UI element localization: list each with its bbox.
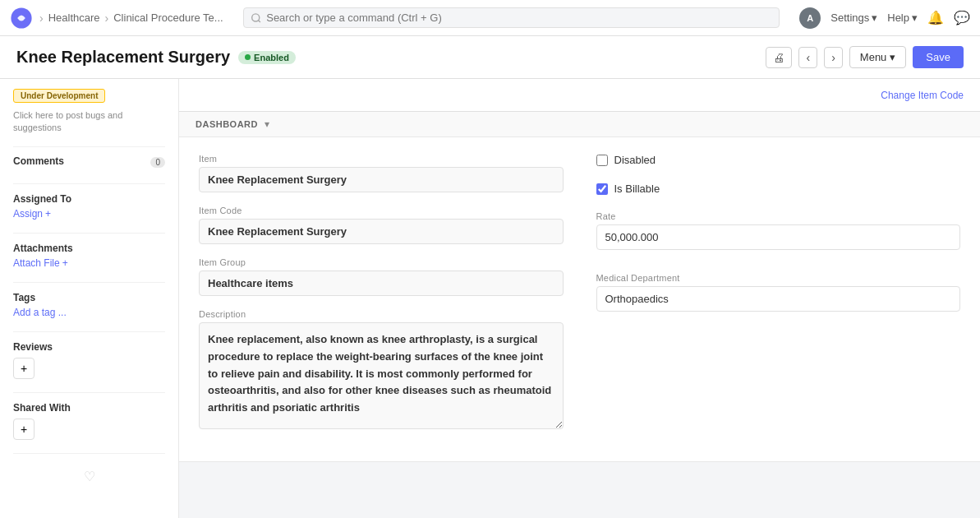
- assigned-to-label: Assigned To: [13, 193, 71, 205]
- reviews-label: Reviews: [13, 341, 53, 353]
- title-row: Knee Replacement Surgery Enabled: [16, 48, 296, 67]
- sidebar-comments: Comments 0: [13, 155, 165, 170]
- description-label: Description: [199, 309, 564, 319]
- tags-label: Tags: [13, 292, 35, 303]
- under-dev-badge[interactable]: Under Development: [13, 89, 105, 103]
- rate-label: Rate: [596, 211, 961, 221]
- item-input[interactable]: [199, 167, 564, 192]
- page-header: Knee Replacement Surgery Enabled 🖨 ‹ › M…: [0, 36, 980, 79]
- medical-dept-label: Medical Department: [596, 273, 961, 283]
- next-button[interactable]: ›: [824, 47, 843, 68]
- settings-button[interactable]: Settings ▾: [830, 12, 877, 24]
- right-column: Disabled Is Billable Rate Med: [596, 154, 961, 445]
- avatar: A: [799, 7, 821, 29]
- is-billable-label: Is Billable: [614, 183, 660, 195]
- attachments-label: Attachments: [13, 243, 73, 254]
- form-section: Item Item Code Item Group Description Kn…: [179, 137, 980, 462]
- search-input[interactable]: [266, 12, 772, 24]
- svg-point-1: [251, 13, 259, 21]
- search-bar[interactable]: [243, 7, 780, 28]
- sidebar-reviews: Reviews +: [13, 340, 165, 379]
- chat-icon[interactable]: 💬: [954, 10, 970, 25]
- status-badge: Enabled: [238, 51, 296, 64]
- shared-with-label: Shared With: [13, 402, 71, 414]
- disabled-row: Disabled: [596, 154, 961, 173]
- sidebar-shared-with: Shared With +: [13, 401, 165, 440]
- sidebar-assigned-to: Assigned To Assign +: [13, 192, 165, 220]
- heart-icon: ♡: [13, 462, 165, 491]
- divider-1: [13, 146, 165, 147]
- breadcrumb-parent[interactable]: Healthcare: [48, 12, 100, 24]
- item-group-input[interactable]: [199, 271, 564, 296]
- rate-input[interactable]: [596, 224, 961, 250]
- page-title: Knee Replacement Surgery: [16, 48, 230, 67]
- change-item-code-button[interactable]: Change Item Code: [881, 83, 964, 108]
- description-textarea[interactable]: Knee replacement, also known as knee art…: [199, 322, 564, 429]
- nav-right: A Settings ▾ Help ▾ 🔔 💬: [799, 7, 970, 29]
- form-grid: Item Item Code Item Group Description Kn…: [199, 154, 960, 445]
- sidebar: Under Development Click here to post bug…: [0, 79, 179, 518]
- sidebar-hint: Click here to post bugs and suggestions: [13, 109, 165, 135]
- status-dot: [245, 54, 251, 60]
- item-label: Item: [199, 154, 564, 164]
- item-code-input[interactable]: [199, 219, 564, 244]
- content-top-bar: Change Item Code: [179, 79, 980, 112]
- save-button[interactable]: Save: [913, 46, 964, 68]
- sidebar-attachments: Attachments Attach File +: [13, 242, 165, 269]
- help-button[interactable]: Help ▾: [887, 12, 918, 24]
- search-icon: [251, 12, 262, 24]
- under-dev-row: Under Development: [13, 89, 165, 103]
- main-layout: Under Development Click here to post bug…: [0, 79, 980, 518]
- description-group: Description Knee replacement, also known…: [199, 309, 564, 432]
- page-actions: 🖨 ‹ › Menu ▾ Save: [766, 46, 964, 68]
- attach-file-button[interactable]: Attach File +: [13, 257, 165, 269]
- divider-6: [13, 392, 165, 393]
- comments-label: Comments: [13, 155, 64, 167]
- disabled-checkbox[interactable]: [596, 155, 608, 166]
- add-shared-button[interactable]: +: [13, 419, 35, 440]
- billable-row: Is Billable: [596, 183, 961, 201]
- sidebar-tags: Tags Add a tag ...: [13, 291, 165, 318]
- rate-group: Rate: [596, 211, 961, 250]
- print-button[interactable]: 🖨: [766, 47, 792, 68]
- notifications-icon[interactable]: 🔔: [927, 10, 944, 25]
- disabled-label: Disabled: [614, 154, 656, 166]
- content-area: Change Item Code DASHBOARD ▾ Item Item C…: [179, 79, 980, 518]
- item-code-group: Item Code: [199, 206, 564, 244]
- svg-line-2: [258, 20, 260, 21]
- prev-button[interactable]: ‹: [798, 47, 817, 68]
- top-nav: › Healthcare › Clinical Procedure Te... …: [0, 0, 980, 36]
- divider-2: [13, 183, 165, 184]
- item-group-group: Item Group: [199, 257, 564, 296]
- add-review-button[interactable]: +: [13, 358, 35, 379]
- is-billable-checkbox[interactable]: [596, 183, 608, 195]
- divider-4: [13, 282, 165, 283]
- divider-5: [13, 331, 165, 332]
- dashboard-label: DASHBOARD: [196, 119, 258, 129]
- comments-count: 0: [150, 157, 165, 168]
- divider-3: [13, 233, 165, 234]
- divider-7: [13, 453, 165, 454]
- item-group-label: Item Group: [199, 257, 564, 267]
- dashboard-bar[interactable]: DASHBOARD ▾: [179, 112, 980, 137]
- breadcrumb-current[interactable]: Clinical Procedure Te...: [113, 12, 223, 24]
- item-code-label: Item Code: [199, 206, 564, 215]
- add-tag-button[interactable]: Add a tag ...: [13, 307, 165, 318]
- breadcrumb: › Healthcare › Clinical Procedure Te...: [39, 12, 223, 25]
- assign-button[interactable]: Assign +: [13, 208, 165, 220]
- left-column: Item Item Code Item Group Description Kn…: [199, 154, 564, 445]
- medical-dept-group: Medical Department: [596, 273, 961, 312]
- item-group: Item: [199, 154, 564, 192]
- medical-dept-input[interactable]: [596, 286, 961, 312]
- menu-button[interactable]: Menu ▾: [849, 46, 907, 68]
- app-logo[interactable]: [10, 7, 33, 30]
- dashboard-chevron-icon: ▾: [265, 118, 269, 130]
